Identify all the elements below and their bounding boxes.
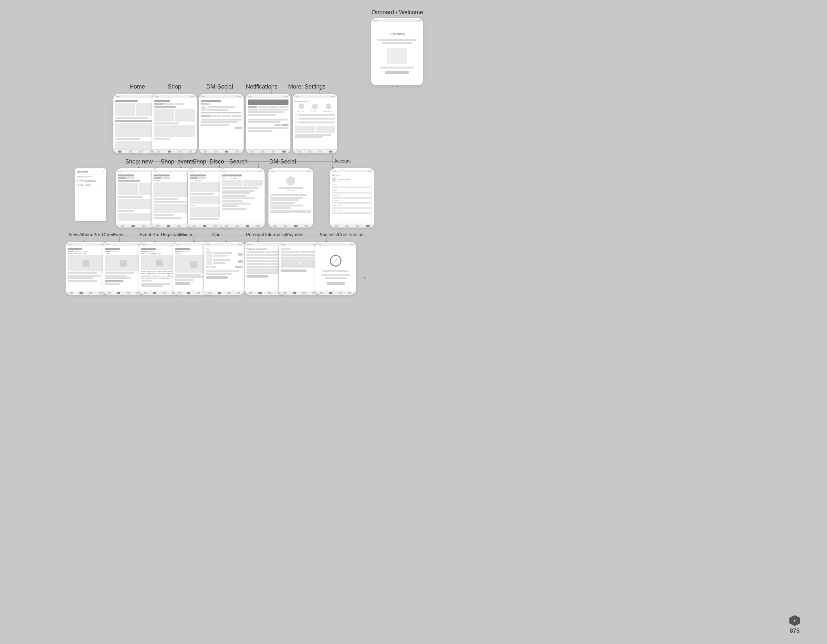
sidebar-mock: USER NAME ✕ ORDER HISTORY SHIPPING ADDRE… xyxy=(74,168,107,221)
phone-payment: Payment xyxy=(278,242,320,295)
label-dm-social-top: DM-Social xyxy=(199,83,241,90)
label-home: Home xyxy=(118,83,157,90)
label-dm-social-mid: DM-Social xyxy=(262,158,304,165)
label-shop-new: Shop: new xyxy=(120,158,158,165)
phone-dm-social-mid: My Posts xyxy=(268,168,314,228)
label-notifications: Notifications xyxy=(236,83,287,90)
phone-more-settings: Account Name My Tick On/Off By Tap Rock xyxy=(292,94,338,153)
phone-dm-social: Members xyxy=(199,94,244,153)
phone-account: Account Account Name Name Email Document… xyxy=(329,168,375,228)
label-search: Search xyxy=(222,158,254,165)
phone-onboard: Onboarding xyxy=(371,18,423,86)
brand-logo: ♦ 875 xyxy=(782,615,808,634)
phone-shop xyxy=(152,94,197,153)
label-success: Success/Confirmation xyxy=(310,232,373,237)
phone-home xyxy=(113,94,158,153)
phone-notifications xyxy=(245,94,291,153)
phone-success: ✓ xyxy=(315,242,356,295)
label-payment: Payment xyxy=(278,232,311,237)
phone-event: Event xyxy=(103,242,144,295)
phone-search: Search Results xyxy=(220,168,265,228)
label-event: Event xyxy=(106,232,132,237)
svg-text:♦: ♦ xyxy=(794,619,796,622)
label-onboard: Onboard / Welcome xyxy=(365,9,430,16)
phone-cart: Cart xyxy=(203,242,245,295)
label-account: Account xyxy=(329,158,355,164)
brand-number: 875 xyxy=(790,627,799,634)
label-album: Album xyxy=(171,232,200,237)
label-cart: Cart xyxy=(203,232,229,237)
label-shop: Shop xyxy=(158,83,190,90)
label-more-settings: More: Settings xyxy=(281,83,333,90)
flow-canvas: Onboard / Welcome Onboarding Home xyxy=(0,0,827,644)
phone-new-album-preorder: New Album Pre-Order xyxy=(65,242,107,295)
